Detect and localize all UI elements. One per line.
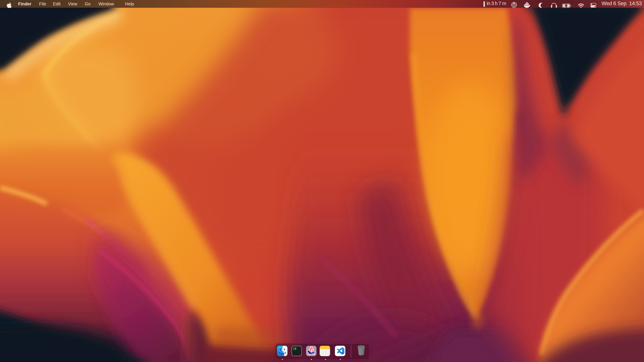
svg-text:$: $ (293, 348, 294, 351)
